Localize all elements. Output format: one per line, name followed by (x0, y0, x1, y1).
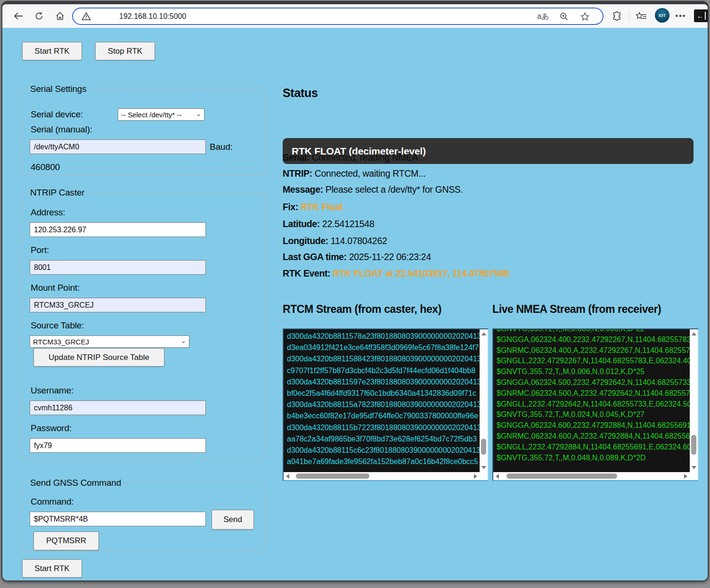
scroll-thumb[interactable] (691, 435, 696, 455)
rtcm-vertical-scrollbar[interactable] (480, 329, 488, 472)
status-label: Serial: (283, 152, 310, 163)
scroll-left-icon[interactable] (286, 474, 289, 479)
address-bar[interactable]: aあ (72, 8, 604, 25)
command-input[interactable] (30, 512, 206, 526)
mount-point-label: Mount Point: (31, 283, 80, 293)
port-input[interactable] (30, 260, 206, 275)
rtcm-line: aa78c2a34af9865be3f70f8bd73e628ef6254bd7… (287, 433, 480, 445)
scroll-up-icon[interactable] (692, 332, 696, 335)
scroll-thumb[interactable] (296, 474, 369, 479)
rtcm-line: d300da4320b8811597e23f801880803900000000… (287, 376, 480, 388)
scroll-left-icon[interactable] (496, 474, 499, 479)
favorite-star-icon[interactable] (578, 10, 591, 23)
rtcm-line: b4be3ecc60f82e17de95df764ffe0c7900337800… (287, 410, 480, 422)
serial-device-select-control[interactable]: -- Select /dev/tty* -- (118, 109, 204, 120)
username-label: Username: (31, 385, 73, 396)
rtcm-stream-heading: RTCM Stream (from caster, hex) (283, 303, 441, 316)
nmea-stream-heading: Live NMEA Stream (from receiver) (492, 303, 661, 316)
nmea-horizontal-scrollbar[interactable] (493, 472, 690, 480)
password-input[interactable] (30, 438, 206, 453)
serial-device-select[interactable]: -- Select /dev/tty* -- ⌄ (118, 108, 204, 121)
pqtmsrr-preset-button[interactable]: PQTMSRR (33, 531, 99, 550)
ntrip-caster-fieldset: NTRIP Caster Address: Port: Mount Point:… (21, 188, 265, 459)
rtcm-horizontal-scrollbar[interactable] (284, 472, 480, 480)
status-row-serial: Serial: Connected, reading NMEA... (283, 152, 425, 163)
nmea-line: $GNGGA,062324.500,2232.47292642,N,11404.… (497, 377, 690, 388)
status-value: Connected, reading NMEA... (312, 152, 425, 163)
ntrip-caster-legend: NTRIP Caster (27, 188, 88, 198)
scroll-right-icon[interactable] (684, 474, 687, 479)
scrollbar-corner (480, 472, 488, 480)
stop-rtk-button[interactable]: Stop RTK (95, 42, 155, 60)
status-label: RTK Event: (283, 268, 330, 278)
scroll-thumb[interactable] (506, 474, 617, 479)
nmea-line: $GNGLL,2232.47292267,N,11404.68255783,E,… (497, 356, 690, 367)
nmea-line: $GNRMC,062324.600,A,2232.47292884,N,1140… (497, 431, 690, 442)
rtcm-line: d300da4320b8811578a23f801880803900000000… (287, 331, 480, 342)
nmea-line: $GNGLL,2232.47292884,N,11404.68255691,E,… (497, 442, 690, 453)
home-icon[interactable] (52, 8, 67, 24)
browser-window-inner: aあ IOT ••• ← (2, 4, 708, 580)
menu-dots-icon[interactable]: ••• (673, 8, 688, 24)
rtk-web-page: Start RTK Stop RTK Serial Settings Seria… (2, 28, 708, 580)
zoom-icon[interactable] (557, 10, 571, 23)
nmea-stream-output[interactable]: $GNVTG,355.72,T,,M,0.003,N,0.006,K,D*22 … (493, 329, 690, 472)
sidebar-toggle-icon[interactable]: ← (694, 9, 708, 22)
nmea-line: $GNGLL,2232.47292642,N,11404.68255733,E,… (497, 399, 690, 410)
address-input[interactable] (30, 222, 206, 237)
nmea-line-clipped: $GNVTG,355.72,T,,M,0.003,N,0.006,K,D*22 (497, 329, 690, 335)
status-label: Message: (283, 184, 323, 195)
scroll-up-icon[interactable] (481, 332, 486, 335)
password-label: Password: (31, 423, 72, 433)
status-value: Please select a /dev/tty* for GNSS. (326, 184, 463, 195)
status-label: Latitude: (283, 219, 320, 229)
not-secure-warning-icon[interactable] (82, 12, 91, 23)
update-source-table-button[interactable]: Update NTRIP Source Table (33, 348, 164, 367)
nmea-line: $GNVTG,355.72,T,,M,0.048,N,0.089,K,D*2D (497, 453, 690, 464)
scrollbar-corner (690, 472, 698, 480)
rtcm-line: d300da4320b88115b7223f801880803900000000… (287, 422, 480, 433)
serial-settings-legend: Serial Settings (27, 84, 90, 94)
nmea-line: $GNVTG,355.72,T,,M,0.006,N,0.012,K,D*25 (497, 367, 690, 377)
baud-label: Baud: (210, 142, 233, 152)
nmea-vertical-scrollbar[interactable] (690, 329, 698, 472)
reload-icon[interactable] (32, 8, 47, 24)
serial-manual-input[interactable] (30, 139, 206, 154)
start-rtk-button-bottom[interactable]: Start RTK (22, 559, 82, 578)
start-rtk-button-top[interactable]: Start RTK (22, 42, 82, 60)
status-label: Fix: (283, 202, 298, 212)
status-row-rtk-event: RTK Event: RTK FLOAT at 22.54103817, 114… (283, 268, 509, 279)
back-icon[interactable] (11, 8, 26, 24)
status-row-fix: Fix: RTK Float (283, 202, 343, 212)
browser-toolbar: aあ IOT ••• ← (2, 4, 708, 28)
translate-icon[interactable]: aあ (537, 10, 550, 23)
url-input[interactable] (118, 12, 495, 21)
port-label: Port: (31, 245, 49, 255)
mount-point-input[interactable] (30, 298, 206, 312)
status-value: 22.54121548 (322, 219, 375, 229)
scroll-down-icon[interactable] (481, 466, 486, 469)
scroll-down-icon[interactable] (692, 466, 696, 469)
extensions-icon[interactable] (609, 8, 624, 24)
profile-avatar[interactable]: IOT (655, 8, 669, 23)
rtcm-line: a041be7a69fade3fe9562fa152beb87a0c16b42f… (287, 456, 480, 467)
favorites-bar-icon[interactable] (634, 8, 649, 24)
source-table-select-control[interactable]: RTCM33_GRCEJ (30, 336, 189, 347)
nmea-line: $GNGGA,062324.400,2232.47292267,N,11404.… (497, 335, 690, 345)
rtcm-stream-output[interactable]: d300da4320b8811578a23f801880803900000000… (284, 329, 480, 472)
scroll-right-icon[interactable] (474, 474, 477, 479)
username-input[interactable] (30, 400, 206, 415)
rtcm-terminal: d300da4320b8811578a23f801880803900000000… (283, 328, 489, 481)
status-row-message: Message: Please select a /dev/tty* for G… (283, 184, 463, 195)
status-heading: Status (283, 86, 318, 100)
status-label: Longitude: (283, 236, 328, 246)
sidebar-arrow-glyph: ← (697, 12, 704, 19)
send-button[interactable]: Send (212, 510, 254, 530)
rtcm-line: d3ea034912f421e3ce64ff358f3d0969fe5c67f8… (287, 342, 480, 353)
nmea-line: $GNRMC,062324.500,A,2232.47292642,N,1140… (497, 388, 690, 399)
source-table-select[interactable]: RTCM33_GRCEJ ⌄ (30, 335, 189, 348)
scroll-thumb[interactable] (481, 439, 486, 455)
rtcm-line: d300da4320b88115c6c23f801880803900000000… (287, 445, 480, 456)
status-value-accent: RTK Float (301, 202, 343, 212)
toolbar-divider (629, 10, 629, 22)
